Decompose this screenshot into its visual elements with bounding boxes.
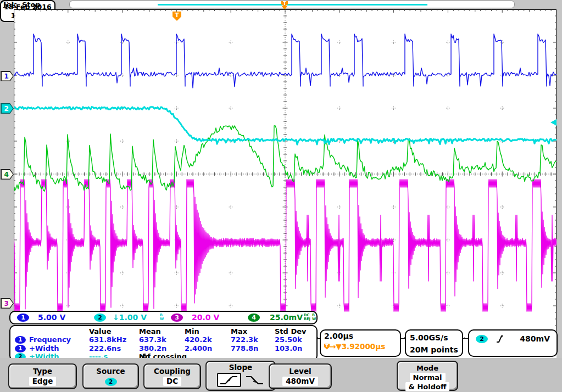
- mode-value-line1: Normal: [410, 373, 446, 382]
- trigger-level-button[interactable]: Level 480mV: [269, 363, 332, 389]
- acquisition-status: Stop: [22, 1, 41, 9]
- trigger-source-badge: 2: [476, 335, 488, 343]
- measurement-max: 778.8n: [231, 344, 258, 352]
- channel2-badge[interactable]: 2: [94, 313, 106, 322]
- delay-value: 3.92000µs: [342, 342, 385, 351]
- trigger-level-value: 480mV: [520, 334, 550, 343]
- source-channel-badge: 2: [105, 378, 117, 386]
- measurement-name: +Width: [29, 344, 59, 352]
- measurement-mean: 637.3k: [139, 335, 166, 344]
- rising-slope-icon: [219, 374, 239, 385]
- coupling-value: DC: [163, 377, 181, 386]
- channel1-badge[interactable]: 1: [17, 313, 29, 322]
- measurement-max: 722.3k: [231, 335, 258, 344]
- col-header-stddev: Std Dev: [275, 327, 307, 335]
- trigger-slope-button[interactable]: Slope: [205, 361, 276, 391]
- measurement-row-channel-badge: 1: [15, 345, 26, 352]
- waveform-display: [14, 9, 557, 339]
- channel1-scale[interactable]: 5.00 V: [38, 313, 65, 322]
- rising-edge-icon: [496, 334, 504, 344]
- trigger-mode-button[interactable]: Mode Normal & Holdoff: [397, 361, 458, 391]
- col-header-mean: Mean: [139, 327, 161, 335]
- record-trigger-position-marker: T: [281, 1, 288, 10]
- col-header-max: Max: [231, 327, 247, 335]
- tek-logo: Tek: [2, 0, 16, 10]
- measurement-name: Frequency: [29, 335, 71, 344]
- oscilloscope-screen: Tek Stop T T 1 2 4 3 1 5.00 V 2 ↓1.00 V …: [0, 0, 562, 392]
- channel3-ground-marker: 3: [1, 298, 14, 309]
- channel4-dc-reject-icon: DCREJ: [304, 313, 310, 321]
- channel4-scale[interactable]: 25.0mV: [270, 313, 303, 322]
- sample-rate: 5.00GS/s: [410, 332, 458, 344]
- measurement-stddev: 103.0n: [275, 344, 302, 352]
- measurement-row-channel-badge: 1: [15, 336, 26, 344]
- channel4-ground-marker: 4: [1, 169, 14, 180]
- trigger-type-button[interactable]: Type Edge: [8, 363, 77, 389]
- channel4-badge[interactable]: 4: [248, 313, 260, 322]
- measurement-stddev: 25.50k: [275, 335, 302, 344]
- measurement-value: 222.6ns: [89, 344, 121, 352]
- channel4-bandwidth-icon: BW: [312, 313, 316, 321]
- channel2-ground-marker: 2: [1, 103, 14, 114]
- trigger-source-button[interactable]: Source 2: [82, 363, 139, 389]
- trigger-type-value: Edge: [29, 377, 57, 386]
- record-length: 20M points: [410, 344, 458, 356]
- measurement-min: 2.400n: [185, 344, 212, 352]
- channel3-badge[interactable]: 3: [171, 313, 183, 322]
- channel-readout-bar: 1 5.00 V 2 ↓1.00 V BW 3 20.0 V 4 25.0mV …: [9, 311, 318, 324]
- timebase-readout: 2.00µs T→▼3.92000µs: [320, 329, 401, 357]
- measurement-min: 420.2k: [185, 335, 212, 344]
- measurement-value: 631.8kHz: [89, 335, 126, 344]
- col-header-value: Value: [89, 327, 112, 335]
- falling-slope-icon[interactable]: [245, 374, 265, 385]
- mode-value-line2: & Holdoff: [405, 382, 450, 391]
- channel3-scale[interactable]: 20.0 V: [192, 313, 219, 322]
- channel2-scale[interactable]: ↓1.00 V: [113, 313, 147, 322]
- level-value: 480mV: [282, 377, 318, 386]
- rising-slope-selected-option[interactable]: [217, 373, 241, 387]
- waveform-svg: [14, 9, 557, 339]
- record-view-waveform-line: [158, 4, 427, 5]
- col-header-min: Min: [185, 327, 199, 335]
- channel2-bandwidth-icon: BW: [160, 313, 164, 321]
- timebase-scale: 2.00µs: [324, 332, 397, 340]
- channel1-ground-marker: 1: [1, 71, 14, 81]
- delay-arrows: →▼: [330, 342, 342, 351]
- trigger-coupling-button[interactable]: Coupling DC: [143, 363, 201, 389]
- record-view-bar: T: [69, 1, 515, 8]
- measurement-table: Value Mean Min Max Std Dev 1 Frequency 6…: [9, 325, 318, 361]
- trigger-readout: 2 480mV: [468, 329, 558, 357]
- trigger-t-icon: T: [324, 344, 330, 350]
- trigger-delay-readout: T→▼3.92000µs: [324, 342, 397, 351]
- measurement-mean: 380.2n: [139, 344, 166, 352]
- acquisition-readout: 5.00GS/s 20M points: [405, 329, 463, 357]
